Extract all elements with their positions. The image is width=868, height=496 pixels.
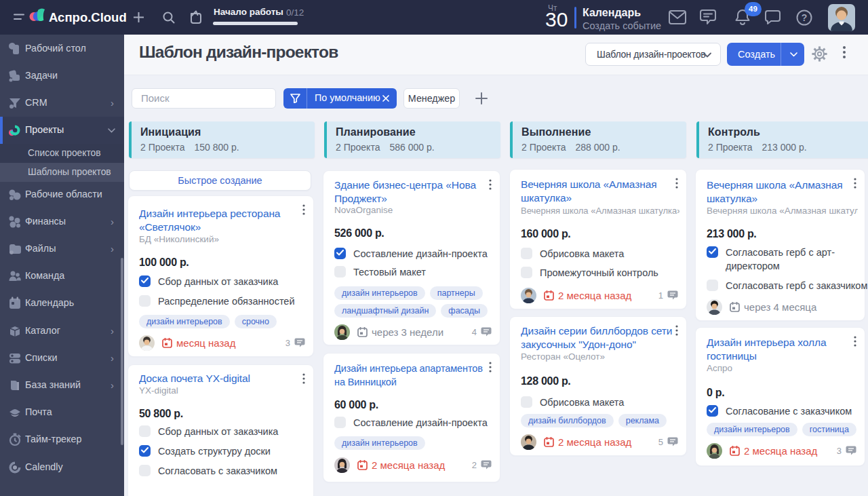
svg-text:?: ? [802,12,808,23]
